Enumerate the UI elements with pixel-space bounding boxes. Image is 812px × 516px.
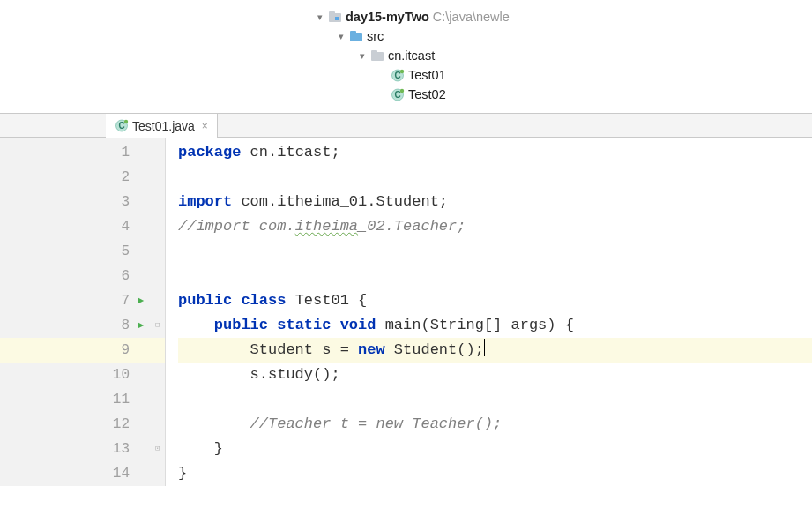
code-line[interactable]: }	[178, 461, 812, 486]
project-name: day15-myTwo	[346, 7, 429, 26]
run-icon[interactable]: ▶	[138, 288, 144, 313]
line-number: 13⊡	[0, 437, 165, 461]
code-line[interactable]	[178, 387, 812, 412]
module-icon	[328, 11, 342, 23]
class-icon: C	[391, 69, 405, 81]
tree-node-class[interactable]: C Test01	[0, 65, 812, 85]
line-number: 12	[0, 412, 165, 437]
run-icon[interactable]: ▶	[138, 313, 144, 338]
code-line[interactable]: import com.itheima_01.Student;	[178, 190, 812, 214]
fold-close-icon[interactable]: ⊡	[155, 437, 160, 461]
editor-tab[interactable]: C Test01.java ×	[106, 114, 218, 138]
fold-open-icon[interactable]: ⊟	[155, 313, 160, 338]
package-label: cn.itcast	[388, 46, 435, 65]
class-label: Test02	[408, 85, 446, 104]
line-number: 9	[0, 338, 165, 363]
src-label: src	[367, 26, 384, 46]
line-number: 7▶	[0, 288, 165, 313]
code-line[interactable]: Student s = new Student();	[178, 338, 812, 363]
svg-rect-2	[335, 17, 339, 20]
package-icon	[370, 49, 384, 62]
svg-point-15	[123, 120, 127, 123]
code-area[interactable]: package cn.itcast; import com.itheima_01…	[166, 138, 812, 486]
gutter: 1 2 3 4 5 6 7▶ 8▶⊟ 9 10 11 12 13⊡ 14	[0, 138, 166, 486]
line-number: 10	[0, 363, 165, 387]
code-line[interactable]: //Teacher t = new Teacher();	[178, 412, 812, 437]
class-icon: C	[391, 88, 405, 101]
code-line[interactable]	[178, 264, 812, 288]
code-editor[interactable]: 1 2 3 4 5 6 7▶ 8▶⊟ 9 10 11 12 13⊡ 14 pac…	[0, 138, 812, 486]
class-label: Test01	[408, 65, 446, 85]
tree-node-class[interactable]: C Test02	[0, 85, 812, 104]
svg-text:C: C	[118, 121, 124, 131]
code-line[interactable]: s.study();	[178, 363, 812, 387]
chevron-down-icon[interactable]: ▾	[335, 26, 347, 46]
line-number: 1	[0, 140, 165, 165]
project-path: C:\java\newle	[433, 7, 510, 26]
code-line[interactable]: public static void main(String[] args) {	[178, 313, 812, 338]
line-number: 5	[0, 239, 165, 264]
line-number: 6	[0, 264, 165, 288]
svg-point-9	[399, 69, 403, 72]
code-line[interactable]	[178, 239, 812, 264]
code-line[interactable]: //import com.itheima_02.Teacher;	[178, 214, 812, 239]
code-line[interactable]	[178, 165, 812, 190]
code-line[interactable]: }	[178, 437, 812, 461]
project-tree: ▾ day15-myTwo C:\java\newle ▾ src ▾ cn.i…	[0, 0, 812, 113]
line-number: 11	[0, 387, 165, 412]
line-number: 8▶⊟	[0, 313, 165, 338]
tab-title: Test01.java	[132, 119, 195, 133]
svg-text:C: C	[394, 90, 400, 100]
chevron-down-icon[interactable]: ▾	[314, 7, 326, 26]
tree-node-project[interactable]: ▾ day15-myTwo C:\java\newle	[0, 7, 812, 26]
svg-rect-4	[350, 31, 356, 34]
svg-text:C: C	[394, 71, 400, 80]
close-icon[interactable]: ×	[202, 120, 208, 132]
svg-point-12	[399, 88, 403, 92]
svg-rect-6	[371, 50, 377, 54]
editor-tab-bar: C Test01.java ×	[0, 113, 812, 138]
class-icon: C	[115, 120, 129, 132]
code-line[interactable]: public class Test01 {	[178, 288, 812, 313]
source-folder-icon	[349, 30, 363, 42]
line-number: 4	[0, 214, 165, 239]
tree-node-package[interactable]: ▾ cn.itcast	[0, 46, 812, 65]
text-caret	[484, 339, 485, 356]
chevron-down-icon[interactable]: ▾	[356, 46, 369, 65]
line-number: 2	[0, 165, 165, 190]
svg-rect-1	[329, 11, 335, 15]
line-number: 3	[0, 190, 165, 214]
code-line[interactable]: package cn.itcast;	[178, 140, 812, 165]
tree-node-src[interactable]: ▾ src	[0, 26, 812, 46]
line-number: 14	[0, 461, 165, 486]
